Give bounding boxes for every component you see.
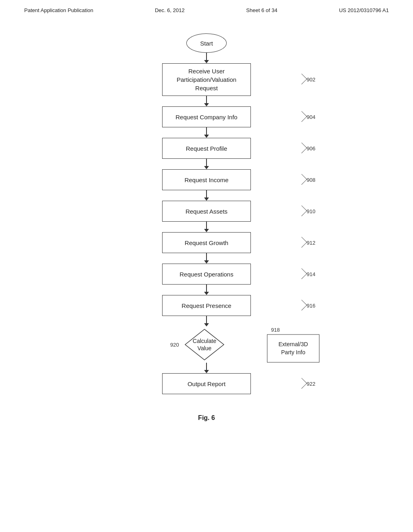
- line-5: [206, 190, 207, 197]
- connector-9: [86, 316, 327, 326]
- node-916-row: Request Presence 916: [86, 295, 327, 316]
- line-4: [206, 159, 207, 166]
- node-914: Request Operations: [162, 264, 251, 285]
- arrow-8: [204, 292, 209, 295]
- external-918-group: 918 External/3D Party Info: [267, 327, 319, 363]
- diamond-920: CalculateValue: [184, 328, 225, 361]
- arrow-1: [204, 60, 209, 63]
- node-906: Request Profile: [162, 138, 251, 159]
- label-918: 918: [271, 327, 280, 333]
- line-2: [206, 96, 207, 103]
- node-912-row: Request Growth 912: [86, 232, 327, 253]
- node-904-row: Request Company Info 904: [86, 106, 327, 127]
- line-9: [206, 316, 207, 323]
- arrow-7: [204, 260, 209, 264]
- flowchart: Start Receive User Participation/Valuati…: [86, 33, 327, 394]
- node-920-row: CalculateValue 920 918 External/3D Party…: [86, 326, 327, 363]
- node-904: Request Company Info: [162, 106, 251, 127]
- header-publication: Patent Application Publication: [24, 7, 93, 13]
- arrow-3: [204, 135, 209, 138]
- arrow-10: [204, 370, 209, 373]
- connector-1: [86, 53, 327, 63]
- external-box-918: External/3D Party Info: [267, 335, 319, 363]
- connector-10: [86, 363, 327, 373]
- node-910: Request Assets: [162, 201, 251, 222]
- figure-label: Fig. 6: [198, 414, 215, 422]
- arrow-5: [204, 197, 209, 201]
- node-912: Request Growth: [162, 232, 251, 253]
- diamond-920-text: CalculateValue: [193, 337, 216, 352]
- arrow-6: [204, 229, 209, 232]
- line-3: [206, 127, 207, 135]
- line-1: [206, 53, 207, 60]
- node-914-row: Request Operations 914: [86, 264, 327, 285]
- label-908: 908: [297, 176, 315, 184]
- label-906: 906: [297, 145, 315, 152]
- node-908-row: Request Income 908: [86, 169, 327, 190]
- arrow-4: [204, 166, 209, 169]
- connector-5: [86, 190, 327, 201]
- node-910-row: Request Assets 910: [86, 201, 327, 222]
- label-904: 904: [297, 113, 315, 121]
- line-8: [206, 285, 207, 292]
- line-6: [206, 222, 207, 229]
- arrow-9: [204, 323, 209, 326]
- label-902: 902: [297, 76, 315, 83]
- header-patent: US 2012/0310796 A1: [339, 7, 389, 13]
- label-922: 922: [297, 380, 315, 388]
- node-908: Request Income: [162, 169, 251, 190]
- line-7: [206, 253, 207, 260]
- connector-2: [86, 96, 327, 106]
- node-906-row: Request Profile 906: [86, 138, 327, 159]
- label-920: 920: [170, 342, 179, 348]
- node-922-row: Output Report 922: [86, 373, 327, 394]
- connector-3: [86, 127, 327, 138]
- node-902: Receive User Participation/Valuation Req…: [162, 63, 251, 96]
- label-910: 910: [297, 208, 315, 215]
- header-date: Dec. 6, 2012: [155, 7, 185, 13]
- arrow-2: [204, 103, 209, 106]
- connector-6: [86, 222, 327, 232]
- node-920: CalculateValue: [182, 326, 227, 363]
- node-922: Output Report: [162, 373, 251, 394]
- header-sheet: Sheet 6 of 34: [246, 7, 277, 13]
- label-912: 912: [297, 239, 315, 247]
- connector-8: [86, 285, 327, 295]
- node-916: Request Presence: [162, 295, 251, 316]
- connector-7: [86, 253, 327, 264]
- node-902-row: Receive User Participation/Valuation Req…: [86, 63, 327, 96]
- page-header: Patent Application Publication Dec. 6, 2…: [0, 0, 413, 17]
- label-916: 916: [297, 302, 315, 310]
- line-10: [206, 363, 207, 370]
- connector-4: [86, 159, 327, 169]
- label-914: 914: [297, 270, 315, 278]
- start-row: Start: [86, 33, 327, 53]
- diagram-area: Start Receive User Participation/Valuati…: [0, 17, 413, 422]
- start-node: Start: [186, 33, 227, 53]
